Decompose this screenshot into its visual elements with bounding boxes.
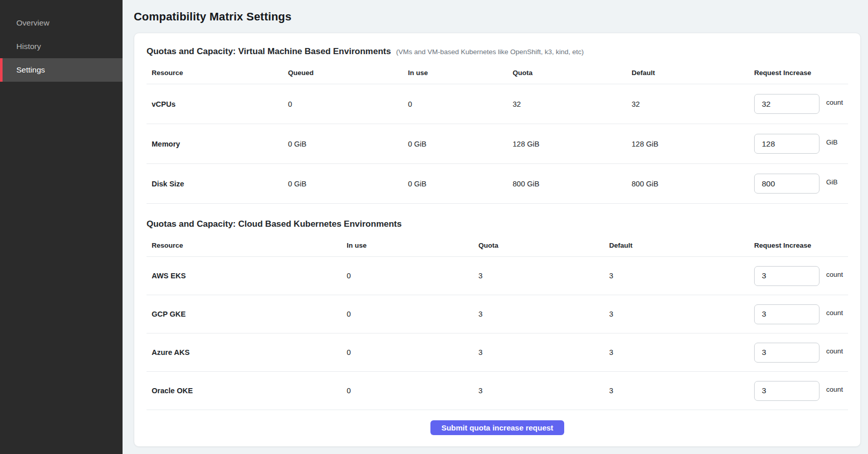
column-header-resource: Resource (147, 232, 342, 256)
unit-label: GiB (826, 178, 838, 186)
request-increase-input[interactable] (754, 304, 819, 324)
quota-value: 32 (508, 100, 626, 108)
submit-quota-button[interactable]: Submit quota increase request (430, 420, 564, 435)
in-use-value: 0 (342, 387, 473, 395)
cloud-table-header: Resource In use Quota Default Request In… (147, 232, 848, 257)
quota-value: 800 GiB (508, 180, 626, 188)
default-value: 3 (604, 387, 749, 395)
vm-table-body: vCPUs 0 0 32 32 count Memory 0 GiB 0 GiB… (147, 84, 848, 204)
resource-name: Azure AKS (147, 348, 342, 356)
page-title: Compatibility Matrix Settings (134, 10, 861, 23)
vm-section-header: Quotas and Capacity: Virtual Machine Bas… (147, 46, 848, 57)
in-use-value: 0 (403, 100, 508, 108)
queued-value: 0 (283, 100, 403, 108)
vm-section-title: Quotas and Capacity: Virtual Machine Bas… (147, 46, 391, 57)
cloud-table-body: AWS EKS 0 3 3 count GCP GKE 0 3 3 count … (147, 257, 848, 410)
default-value: 800 GiB (626, 180, 749, 188)
request-increase-input[interactable] (754, 381, 819, 401)
default-value: 3 (604, 272, 749, 280)
request-increase-cell: count (749, 381, 848, 401)
quota-value: 3 (473, 387, 604, 395)
column-header-in-use: In use (403, 60, 508, 84)
sidebar-item-overview[interactable]: Overview (0, 11, 123, 35)
request-increase-input[interactable] (754, 134, 819, 154)
sidebar-nav: Overview History Settings (0, 11, 123, 82)
column-header-quota: Quota (473, 232, 604, 256)
request-increase-input[interactable] (754, 343, 819, 363)
resource-name: Disk Size (147, 180, 283, 188)
vm-table-header: Resource Queued In use Quota Default Req… (147, 60, 848, 84)
request-increase-input[interactable] (754, 174, 819, 194)
request-increase-input[interactable] (754, 94, 819, 114)
unit-label: count (826, 309, 843, 317)
column-header-request-increase: Request Increase (749, 232, 848, 256)
unit-label: count (826, 99, 843, 106)
request-increase-input[interactable] (754, 266, 819, 286)
request-increase-cell: count (749, 343, 848, 363)
app-root: Overview History Settings Compatibility … (0, 0, 868, 454)
column-header-default: Default (626, 60, 749, 84)
column-header-queued: Queued (283, 60, 403, 84)
default-value: 3 (604, 348, 749, 356)
active-indicator (0, 58, 3, 82)
sidebar-item-settings[interactable]: Settings (0, 58, 123, 82)
resource-name: AWS EKS (147, 272, 342, 280)
resource-name: vCPUs (147, 100, 283, 108)
vm-section-subtitle: (VMs and VM-based Kubernetes like OpenSh… (396, 48, 584, 56)
default-value: 128 GiB (626, 140, 749, 148)
in-use-value: 0 (342, 348, 473, 356)
table-row: Azure AKS 0 3 3 count (147, 333, 848, 372)
request-increase-cell: count (749, 94, 848, 114)
request-increase-cell: GiB (749, 134, 848, 154)
unit-label: count (826, 386, 843, 393)
table-row: GCP GKE 0 3 3 count (147, 295, 848, 333)
queued-value: 0 GiB (283, 180, 403, 188)
request-increase-cell: count (749, 266, 848, 286)
column-header-quota: Quota (508, 60, 626, 84)
cloud-section-header: Quotas and Capacity: Cloud Based Kuberne… (147, 219, 848, 229)
column-header-request-increase: Request Increase (749, 60, 848, 84)
unit-label: GiB (826, 138, 838, 146)
main-content: Compatibility Matrix Settings Quotas and… (123, 0, 868, 454)
table-row: Disk Size 0 GiB 0 GiB 800 GiB 800 GiB Gi… (147, 164, 848, 204)
table-row: Memory 0 GiB 0 GiB 128 GiB 128 GiB GiB (147, 124, 848, 164)
resource-name: GCP GKE (147, 310, 342, 318)
request-increase-cell: count (749, 304, 848, 324)
column-header-in-use: In use (342, 232, 473, 256)
resource-name: Memory (147, 140, 283, 148)
quota-value: 3 (473, 272, 604, 280)
default-value: 3 (604, 310, 749, 318)
in-use-value: 0 (342, 310, 473, 318)
unit-label: count (826, 271, 843, 278)
sidebar-item-history[interactable]: History (0, 35, 123, 58)
in-use-value: 0 GiB (403, 180, 508, 188)
column-header-default: Default (604, 232, 749, 256)
sidebar: Overview History Settings (0, 0, 123, 454)
settings-card: Quotas and Capacity: Virtual Machine Bas… (134, 33, 861, 447)
table-row: vCPUs 0 0 32 32 count (147, 84, 848, 124)
column-header-resource: Resource (147, 60, 283, 84)
request-increase-cell: GiB (749, 174, 848, 194)
resource-name: Oracle OKE (147, 387, 342, 395)
sidebar-item-label: History (16, 42, 41, 51)
sidebar-item-label: Settings (16, 65, 45, 75)
default-value: 32 (626, 100, 749, 108)
quota-value: 3 (473, 310, 604, 318)
quota-value: 3 (473, 348, 604, 356)
table-row: Oracle OKE 0 3 3 count (147, 372, 848, 410)
cloud-section-title: Quotas and Capacity: Cloud Based Kuberne… (147, 219, 402, 229)
sidebar-item-label: Overview (16, 18, 50, 28)
queued-value: 0 GiB (283, 140, 403, 148)
quota-value: 128 GiB (508, 140, 626, 148)
submit-row: Submit quota increase request (147, 420, 848, 435)
unit-label: count (826, 347, 843, 355)
table-row: AWS EKS 0 3 3 count (147, 257, 848, 295)
in-use-value: 0 (342, 272, 473, 280)
in-use-value: 0 GiB (403, 140, 508, 148)
